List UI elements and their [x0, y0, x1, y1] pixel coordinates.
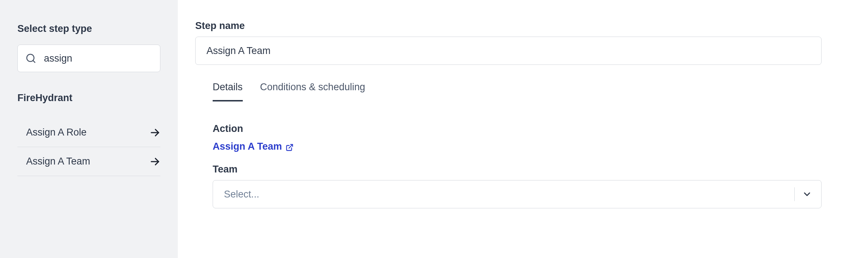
step-item-label: Assign A Team	[17, 156, 90, 167]
svg-line-4	[289, 144, 292, 148]
main-content: Step name Details Conditions & schedulin…	[178, 0, 868, 258]
search-input[interactable]	[17, 45, 160, 72]
step-item-assign-a-role[interactable]: Assign A Role	[17, 118, 160, 147]
team-select-wrapper: Select...	[213, 180, 822, 208]
tab-conditions-scheduling[interactable]: Conditions & scheduling	[260, 82, 365, 101]
action-link[interactable]: Assign A Team	[213, 141, 294, 152]
tab-details[interactable]: Details	[213, 82, 243, 101]
step-group-title: FireHydrant	[17, 92, 160, 104]
external-link-icon	[286, 143, 294, 151]
team-label: Team	[213, 164, 822, 175]
action-link-text: Assign A Team	[213, 141, 282, 152]
details-section: Action Assign A Team Team Select...	[195, 123, 822, 208]
search-wrapper	[17, 45, 160, 72]
step-item-label: Assign A Role	[17, 127, 87, 138]
sidebar: Select step type FireHydrant Assign A Ro…	[0, 0, 178, 258]
action-label: Action	[213, 123, 822, 134]
sidebar-title: Select step type	[17, 23, 160, 34]
step-item-assign-a-team[interactable]: Assign A Team	[17, 147, 160, 176]
team-select-placeholder: Select...	[224, 189, 259, 200]
step-name-input[interactable]	[195, 37, 822, 65]
arrow-right-icon	[150, 127, 160, 138]
tabs: Details Conditions & scheduling	[195, 82, 822, 101]
arrow-right-icon	[150, 156, 160, 167]
select-divider	[794, 187, 795, 201]
step-name-label: Step name	[195, 20, 822, 32]
step-list: Assign A Role Assign A Team	[17, 118, 160, 176]
team-select[interactable]: Select...	[213, 180, 822, 208]
